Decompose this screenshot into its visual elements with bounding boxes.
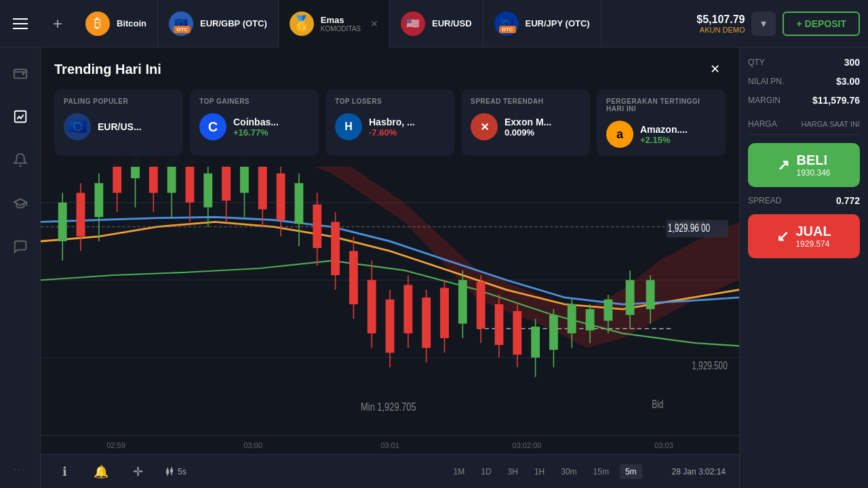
account-dropdown-button[interactable]: ▾ [751,12,776,36]
trending-card-losers[interactable]: TOP LOSERS H Hasbro, ... -7.60% [326,89,454,156]
qty-value: 300 [844,57,860,68]
alert-icon[interactable]: 🔔 [91,462,111,482]
card-category-movement: PERGERAKAN TERTINGGI HARI INI [606,98,716,113]
sidebar-wallet-icon[interactable] [8,61,33,85]
tab-emas[interactable]: 🥇 Emas KOMODITAS ✕ [279,0,390,47]
balance-block: $5,107.79 AKUN DEMO [696,14,745,34]
info-icon[interactable]: ℹ [54,462,75,482]
svg-rect-41 [331,222,340,275]
nilai-pn-row: NILAI PN. $3.00 [748,76,860,87]
tf-3h[interactable]: 3H [502,464,524,479]
trending-close-button[interactable]: ✕ [704,58,726,80]
svg-rect-47 [386,300,395,353]
candle-timeframe-btn[interactable]: 5s [164,466,186,477]
main-content: ··· Trending Hari Ini ✕ PALING POPULER 🇪… [0,47,868,488]
tab-eurusd-label: EUR/USD [432,18,472,28]
exxon-logo: ✕ [471,113,498,140]
top-bar-right: $5,107.79 AKUN DEMO ▾ + DEPOSIT [696,12,868,36]
svg-rect-75 [646,280,655,309]
card-name-losers: Hasbro, ... [369,117,445,127]
time-axis: 02:59 03:00 03:01 03:02:00 03:03 [41,435,739,454]
sidebar-more-dots[interactable]: ··· [14,464,26,474]
harga-row: HARGA HARGA SAAT INI [748,114,860,135]
svg-rect-55 [458,280,467,323]
svg-rect-71 [604,300,612,321]
svg-rect-33 [258,165,267,209]
tf-1d[interactable]: 1D [475,464,496,479]
tab-emas-sub: KOMODITAS [321,25,361,33]
tf-5m[interactable]: 5m [620,464,642,479]
margin-label: MARGIN [748,96,781,105]
card-name-popular: EUR/US... [98,121,174,132]
harga-saat-ini-label: HARGA SAAT INI [802,120,860,128]
menu-button[interactable] [0,0,41,47]
add-tab-button[interactable]: + [41,0,75,47]
bitcoin-icon: ₿ [85,12,110,36]
tab-bitcoin[interactable]: ₿ Bitcoin [75,0,158,47]
sidebar-bell-icon[interactable] [8,148,33,172]
eurusd-icon: 🇺🇸 [401,12,425,36]
datetime-label: 28 Jan 3:02:14 [672,467,726,476]
deposit-button[interactable]: + DEPOSIT [783,12,860,36]
buy-arrow-icon: ↗ [777,157,789,174]
svg-rect-15 [94,183,103,217]
svg-rect-69 [586,309,595,330]
emas-icon: 🥇 [290,12,314,36]
crosshair-icon[interactable]: ✛ [127,462,148,482]
top-bar: + ₿ Bitcoin 🇪🇺 OTC EUR/GBP (OTC) [0,0,868,47]
trending-card-popular[interactable]: PALING POPULER 🇪🇺 EUR/US... [54,89,183,156]
tab-close-emas[interactable]: ✕ [370,18,378,29]
candle-chart-icon [164,466,175,477]
active-timeframe-label: 5s [178,467,186,476]
card-category-popular: PALING POPULER [64,98,174,105]
card-change-gainers: +16.77% [233,127,309,138]
balance-label: AKUN DEMO [696,26,745,34]
amazon-logo: a [606,121,633,148]
svg-text:Min 1,929.705: Min 1,929.705 [361,400,416,413]
tab-eurjpy-label: EUR/JPY (OTC) [526,18,590,28]
svg-rect-73 [626,280,635,314]
trending-card-gainers[interactable]: TOP GAINERS C Coinbas... +16.77% [190,89,319,156]
svg-rect-37 [294,183,303,224]
margin-row: MARGIN $11,579.76 [748,95,860,106]
timeframe-group: 1M 1D 3H 1H 30m 15m 5m [448,464,642,479]
sidebar-education-icon[interactable] [8,191,33,216]
svg-rect-29 [222,164,231,201]
card-name-movement: Amazon.... [640,124,716,135]
coinbase-logo: C [199,113,226,140]
trending-overlay: Trending Hari Ini ✕ PALING POPULER 🇪🇺 EU… [41,47,739,167]
svg-rect-57 [477,282,486,329]
svg-rect-61 [513,311,521,354]
nilai-pn-value: $3.00 [836,76,860,87]
tab-eur-jpy[interactable]: 🇪🇺 OTC EUR/JPY (OTC) [484,0,601,47]
tf-1m[interactable]: 1M [448,464,471,479]
time-label-3: 03:02:00 [458,441,595,449]
buy-price: 1930.346 [796,168,830,178]
tf-30m[interactable]: 30m [555,464,582,479]
svg-rect-67 [568,304,576,333]
trending-card-movement[interactable]: PERGERAKAN TERTINGGI HARI INI a Amazon..… [597,89,726,156]
card-category-losers: TOP LOSERS [335,98,445,105]
trending-header: Trending Hari Ini ✕ [54,58,726,80]
tab-eur-gbp[interactable]: 🇪🇺 OTC EUR/GBP (OTC) [158,0,279,47]
sidebar-chat-icon[interactable] [8,235,33,259]
svg-rect-39 [313,205,321,248]
trending-card-spread[interactable]: SPREAD TERENDAH ✕ Exxon M... 0.009% [461,89,590,156]
chart-bottom-toolbar: ℹ 🔔 ✛ 5s 1M 1D [41,454,739,488]
trending-title: Trending Hari Ini [54,62,161,77]
sell-arrow-icon: ↙ [776,228,789,245]
svg-rect-63 [531,327,540,358]
hamburger-icon [13,18,28,29]
tf-1h[interactable]: 1H [529,464,550,479]
sell-label: JUAL [795,224,831,239]
tf-15m[interactable]: 15m [588,464,614,479]
card-change-movement: +2.15% [640,135,716,145]
sidebar-chart-icon[interactable] [8,104,33,129]
tab-eur-usd[interactable]: 🇺🇸 EUR/USD [390,0,484,47]
card-category-gainers: TOP GAINERS [199,98,309,105]
svg-rect-35 [277,174,285,220]
sidebar: ··· [0,47,41,488]
sell-button[interactable]: ↙ JUAL 1929.574 [748,214,860,258]
card-name-spread: Exxon M... [505,117,580,127]
buy-button[interactable]: ↗ BELI 1930.346 [748,143,860,187]
